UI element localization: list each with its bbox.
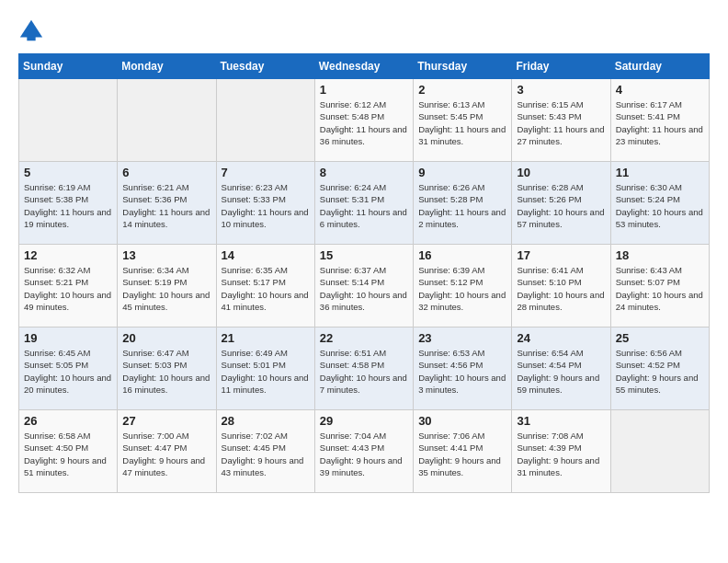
day-number: 26: [24, 414, 112, 428]
day-number: 1: [320, 83, 408, 97]
day-number: 31: [517, 414, 605, 428]
day-number: 16: [418, 248, 506, 262]
day-number: 10: [517, 166, 605, 179]
calendar-cell: 17Sunrise: 6:41 AM Sunset: 5:10 PM Dayli…: [512, 245, 610, 327]
logo-icon: [18, 18, 44, 44]
day-info: Sunrise: 6:54 AM Sunset: 4:54 PM Dayligh…: [517, 347, 605, 396]
day-info: Sunrise: 6:51 AM Sunset: 4:58 PM Dayligh…: [320, 347, 408, 396]
day-number: 9: [418, 166, 506, 179]
calendar-cell: 18Sunrise: 6:43 AM Sunset: 5:07 PM Dayli…: [610, 245, 709, 327]
day-number: 23: [418, 331, 506, 345]
calendar-cell: 9Sunrise: 6:26 AM Sunset: 5:28 PM Daylig…: [414, 162, 512, 245]
day-info: Sunrise: 6:15 AM Sunset: 5:43 PM Dayligh…: [517, 98, 605, 147]
calendar-table: SundayMondayTuesdayWednesdayThursdayFrid…: [18, 53, 710, 493]
calendar-cell: 29Sunrise: 7:04 AM Sunset: 4:43 PM Dayli…: [314, 410, 413, 493]
day-number: 2: [418, 83, 506, 97]
day-number: 4: [616, 83, 704, 97]
day-info: Sunrise: 6:17 AM Sunset: 5:41 PM Dayligh…: [616, 98, 704, 147]
day-info: Sunrise: 6:30 AM Sunset: 5:24 PM Dayligh…: [616, 181, 704, 230]
day-number: 6: [122, 166, 210, 179]
calendar-cell: 16Sunrise: 6:39 AM Sunset: 5:12 PM Dayli…: [414, 245, 512, 327]
day-info: Sunrise: 6:32 AM Sunset: 5:21 PM Dayligh…: [24, 264, 112, 313]
calendar-cell: 21Sunrise: 6:49 AM Sunset: 5:01 PM Dayli…: [216, 327, 314, 410]
calendar-cell: [610, 410, 709, 493]
day-number: 30: [418, 414, 506, 428]
day-of-week-header: Friday: [512, 54, 610, 79]
day-number: 19: [24, 331, 112, 345]
day-number: 27: [122, 414, 210, 428]
page-header: [18, 18, 710, 44]
day-info: Sunrise: 6:24 AM Sunset: 5:31 PM Dayligh…: [320, 181, 408, 230]
calendar-cell: 30Sunrise: 7:06 AM Sunset: 4:41 PM Dayli…: [414, 410, 512, 493]
day-number: 7: [222, 166, 310, 179]
day-number: 17: [517, 248, 605, 262]
calendar-cell: 7Sunrise: 6:23 AM Sunset: 5:33 PM Daylig…: [216, 162, 314, 245]
calendar-cell: 22Sunrise: 6:51 AM Sunset: 4:58 PM Dayli…: [314, 327, 413, 410]
calendar-cell: 24Sunrise: 6:54 AM Sunset: 4:54 PM Dayli…: [512, 327, 610, 410]
calendar-cell: 8Sunrise: 6:24 AM Sunset: 5:31 PM Daylig…: [314, 162, 413, 245]
calendar-cell: 3Sunrise: 6:15 AM Sunset: 5:43 PM Daylig…: [512, 79, 610, 162]
day-info: Sunrise: 7:06 AM Sunset: 4:41 PM Dayligh…: [418, 430, 506, 478]
calendar-cell: 6Sunrise: 6:21 AM Sunset: 5:36 PM Daylig…: [118, 162, 216, 245]
day-of-week-header: Monday: [118, 54, 216, 79]
day-info: Sunrise: 6:49 AM Sunset: 5:01 PM Dayligh…: [222, 347, 310, 396]
calendar-cell: 28Sunrise: 7:02 AM Sunset: 4:45 PM Dayli…: [216, 410, 314, 493]
day-of-week-header: Wednesday: [314, 54, 413, 79]
day-of-week-header: Saturday: [610, 54, 709, 79]
calendar-cell: 4Sunrise: 6:17 AM Sunset: 5:41 PM Daylig…: [610, 79, 709, 162]
calendar-cell: [19, 79, 118, 162]
calendar-cell: 14Sunrise: 6:35 AM Sunset: 5:17 PM Dayli…: [216, 245, 314, 327]
day-info: Sunrise: 6:43 AM Sunset: 5:07 PM Dayligh…: [616, 264, 704, 313]
calendar-cell: 11Sunrise: 6:30 AM Sunset: 5:24 PM Dayli…: [610, 162, 709, 245]
day-of-week-header: Thursday: [414, 54, 512, 79]
day-info: Sunrise: 6:26 AM Sunset: 5:28 PM Dayligh…: [418, 181, 506, 230]
day-info: Sunrise: 6:56 AM Sunset: 4:52 PM Dayligh…: [616, 347, 704, 396]
day-info: Sunrise: 7:08 AM Sunset: 4:39 PM Dayligh…: [517, 430, 605, 478]
day-of-week-header: Sunday: [19, 54, 118, 79]
day-info: Sunrise: 7:00 AM Sunset: 4:47 PM Dayligh…: [122, 430, 210, 478]
day-of-week-header: Tuesday: [216, 54, 314, 79]
day-info: Sunrise: 6:35 AM Sunset: 5:17 PM Dayligh…: [222, 264, 310, 313]
day-info: Sunrise: 6:58 AM Sunset: 4:50 PM Dayligh…: [24, 430, 112, 478]
day-number: 28: [222, 414, 310, 428]
day-number: 12: [24, 248, 112, 262]
day-number: 29: [320, 414, 408, 428]
day-info: Sunrise: 6:34 AM Sunset: 5:19 PM Dayligh…: [122, 264, 210, 313]
day-info: Sunrise: 7:02 AM Sunset: 4:45 PM Dayligh…: [222, 430, 310, 478]
calendar-cell: 26Sunrise: 6:58 AM Sunset: 4:50 PM Dayli…: [19, 410, 118, 493]
calendar-cell: 13Sunrise: 6:34 AM Sunset: 5:19 PM Dayli…: [118, 245, 216, 327]
day-number: 3: [517, 83, 605, 97]
day-number: 25: [616, 331, 704, 345]
day-info: Sunrise: 6:12 AM Sunset: 5:48 PM Dayligh…: [320, 98, 408, 147]
calendar-cell: 12Sunrise: 6:32 AM Sunset: 5:21 PM Dayli…: [19, 245, 118, 327]
day-info: Sunrise: 6:37 AM Sunset: 5:14 PM Dayligh…: [320, 264, 408, 313]
calendar-cell: 5Sunrise: 6:19 AM Sunset: 5:38 PM Daylig…: [19, 162, 118, 245]
calendar-cell: 15Sunrise: 6:37 AM Sunset: 5:14 PM Dayli…: [314, 245, 413, 327]
day-info: Sunrise: 7:04 AM Sunset: 4:43 PM Dayligh…: [320, 430, 408, 478]
day-info: Sunrise: 6:23 AM Sunset: 5:33 PM Dayligh…: [222, 181, 310, 230]
day-info: Sunrise: 6:53 AM Sunset: 4:56 PM Dayligh…: [418, 347, 506, 396]
day-number: 21: [222, 331, 310, 345]
day-info: Sunrise: 6:19 AM Sunset: 5:38 PM Dayligh…: [24, 181, 112, 230]
day-info: Sunrise: 6:45 AM Sunset: 5:05 PM Dayligh…: [24, 347, 112, 396]
day-info: Sunrise: 6:21 AM Sunset: 5:36 PM Dayligh…: [122, 181, 210, 230]
day-number: 15: [320, 248, 408, 262]
calendar-cell: 27Sunrise: 7:00 AM Sunset: 4:47 PM Dayli…: [118, 410, 216, 493]
day-info: Sunrise: 6:41 AM Sunset: 5:10 PM Dayligh…: [517, 264, 605, 313]
day-number: 22: [320, 331, 408, 345]
day-number: 8: [320, 166, 408, 179]
day-info: Sunrise: 6:28 AM Sunset: 5:26 PM Dayligh…: [517, 181, 605, 230]
calendar-cell: 19Sunrise: 6:45 AM Sunset: 5:05 PM Dayli…: [19, 327, 118, 410]
calendar-cell: 31Sunrise: 7:08 AM Sunset: 4:39 PM Dayli…: [512, 410, 610, 493]
calendar-cell: [216, 79, 314, 162]
calendar-cell: 25Sunrise: 6:56 AM Sunset: 4:52 PM Dayli…: [610, 327, 709, 410]
calendar-cell: 1Sunrise: 6:12 AM Sunset: 5:48 PM Daylig…: [314, 79, 413, 162]
day-number: 14: [222, 248, 310, 262]
day-number: 24: [517, 331, 605, 345]
day-number: 5: [24, 166, 112, 179]
day-info: Sunrise: 6:39 AM Sunset: 5:12 PM Dayligh…: [418, 264, 506, 313]
calendar-cell: 20Sunrise: 6:47 AM Sunset: 5:03 PM Dayli…: [118, 327, 216, 410]
day-number: 13: [122, 248, 210, 262]
svg-rect-1: [27, 34, 35, 40]
day-number: 18: [616, 248, 704, 262]
